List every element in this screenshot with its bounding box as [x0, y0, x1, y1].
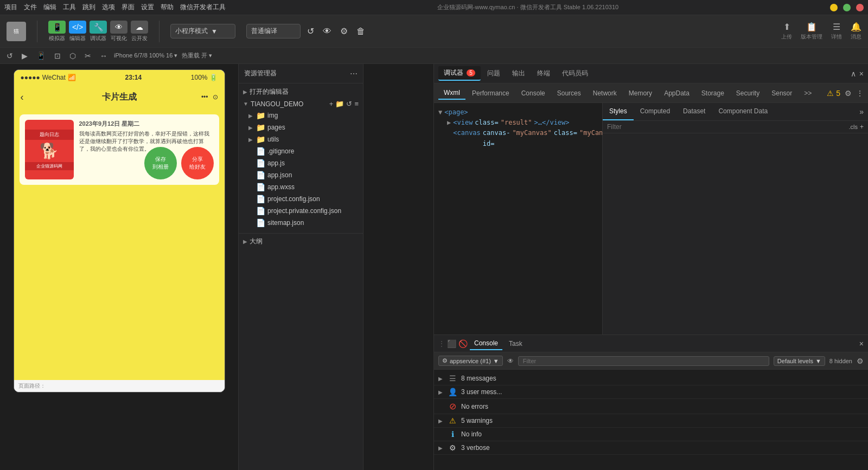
- devtools-tab-storage[interactable]: Storage: [696, 87, 730, 99]
- file-panel-more-icon[interactable]: ⋯: [350, 69, 358, 78]
- device-cut-button[interactable]: ✂: [82, 50, 93, 61]
- devtools-tab-memory[interactable]: Memory: [623, 87, 658, 99]
- device-rotate-button[interactable]: ⬡: [67, 50, 78, 61]
- editor-button[interactable]: </> 编辑器: [69, 21, 86, 42]
- devtools-tab-wxml[interactable]: Wxml: [438, 87, 465, 100]
- tab-debugger[interactable]: 调试器 5: [438, 66, 481, 81]
- device-cursor-button[interactable]: ↔: [98, 50, 110, 61]
- visual-button[interactable]: 👁 可视化: [110, 21, 127, 42]
- cloud-button[interactable]: ☁ 云开发: [131, 21, 148, 42]
- file-project-private[interactable]: ▶ 📄 project.private.config.json: [239, 205, 363, 217]
- close-button[interactable]: ×: [856, 4, 864, 11]
- file-gitignore[interactable]: ▶ 📄 .gitignore: [239, 145, 363, 157]
- minimize-button[interactable]: −: [830, 4, 838, 11]
- console-close-button[interactable]: ×: [859, 339, 864, 348]
- console-msg-verbose[interactable]: ▶ ⚙ 3 verbose: [434, 441, 868, 455]
- save-to-album-button[interactable]: 保存 到相册: [144, 147, 177, 179]
- debug-close-icon[interactable]: ×: [859, 69, 864, 78]
- compile-select[interactable]: 普通编译: [246, 24, 301, 38]
- devtools-tab-more[interactable]: >>: [799, 87, 817, 99]
- file-project-config[interactable]: ▶ 📄 project.config.json: [239, 193, 363, 205]
- level-selector[interactable]: Default levels ▼: [774, 356, 825, 366]
- menu-wechat-tools[interactable]: 微信开发者工具: [180, 3, 226, 12]
- console-msg-user[interactable]: ▶ 👤 3 user mess...: [434, 385, 868, 399]
- debugger-button[interactable]: 🔧 调试器: [90, 21, 107, 42]
- devtools-tab-security[interactable]: Security: [731, 87, 765, 99]
- device-fit-button[interactable]: ⊡: [52, 50, 63, 61]
- menu-help[interactable]: 帮助: [161, 3, 174, 12]
- console-msg-8messages[interactable]: ▶ ☰ 8 messages: [434, 372, 868, 385]
- device-refresh-button[interactable]: ↺: [4, 50, 15, 61]
- sp-tab-styles[interactable]: Styles: [603, 103, 634, 120]
- file-appjson[interactable]: ▶ 📄 app.json: [239, 169, 363, 181]
- mode-selector[interactable]: 小程序模式 ▼: [170, 24, 235, 38]
- device-play-button[interactable]: ▶: [20, 50, 30, 61]
- tab-output[interactable]: 输出: [507, 67, 531, 80]
- message-button[interactable]: 🔔 消息: [851, 22, 861, 41]
- folder-pages[interactable]: ▶ 📁 pages: [239, 121, 363, 133]
- menu-options[interactable]: 选项: [102, 3, 115, 12]
- collapse-icon[interactable]: ≡: [354, 100, 359, 108]
- phone-more-icon[interactable]: •••: [201, 93, 208, 101]
- simulator-button[interactable]: 📱 模拟器: [48, 21, 66, 42]
- devtools-tab-appdata[interactable]: AppData: [659, 87, 695, 99]
- phone-back-button[interactable]: ‹: [21, 92, 24, 103]
- service-selector[interactable]: ⚙ appservice (#1) ▼: [438, 356, 503, 366]
- project-header[interactable]: ▼ TIANGOU_DEMO + 📁 ↺ ≡: [239, 98, 363, 110]
- devtools-more-icon[interactable]: ⋮: [856, 89, 864, 98]
- file-appwxss[interactable]: ▶ 📄 app.wxss: [239, 181, 363, 193]
- menu-file[interactable]: 文件: [24, 3, 37, 12]
- console-tab-task[interactable]: Task: [505, 338, 527, 350]
- tab-source[interactable]: 代码员码: [557, 67, 593, 80]
- clear-button[interactable]: 🗑: [354, 24, 367, 38]
- console-msg-noinfo[interactable]: ▶ ℹ No info: [434, 428, 868, 441]
- outline-header[interactable]: ▶ 大纲: [239, 233, 363, 248]
- sp-more-button[interactable]: »: [855, 103, 868, 120]
- sp-filter-add-icon[interactable]: +: [860, 123, 864, 131]
- preview-button[interactable]: 👁: [321, 24, 334, 38]
- tab-issues[interactable]: 问题: [482, 67, 506, 80]
- xml-arrow-1[interactable]: ▼: [438, 107, 442, 118]
- console-eye-icon[interactable]: 👁: [507, 357, 514, 365]
- console-clear-icon[interactable]: 🚫: [458, 339, 468, 348]
- debug-expand-icon[interactable]: ∧: [851, 69, 856, 78]
- sp-filter-cls[interactable]: .cls: [848, 124, 858, 130]
- menu-tools[interactable]: 工具: [63, 3, 76, 12]
- detail-button[interactable]: ☰ 详情: [831, 22, 842, 41]
- menu-project[interactable]: 项目: [4, 3, 17, 12]
- device-selector[interactable]: iPhone 6/7/8 100% 16 ▾: [114, 52, 177, 59]
- console-tab-console[interactable]: Console: [470, 337, 502, 350]
- devtools-tab-console[interactable]: Console: [516, 87, 551, 99]
- menu-edit[interactable]: 编辑: [43, 3, 56, 12]
- devtools-tab-sources[interactable]: Sources: [552, 87, 586, 99]
- compile-refresh-button[interactable]: ↺: [305, 24, 316, 38]
- menu-interface[interactable]: 界面: [122, 3, 135, 12]
- console-settings-icon[interactable]: ⚙: [857, 357, 864, 365]
- window-controls[interactable]: − □ ×: [830, 4, 864, 11]
- devtools-tab-network[interactable]: Network: [588, 87, 622, 99]
- device-phone-button[interactable]: 📱: [34, 50, 48, 61]
- devtools-settings-icon[interactable]: ⚙: [845, 89, 852, 98]
- refresh-icon[interactable]: ↺: [346, 100, 352, 108]
- version-button[interactable]: 📋 版本管理: [801, 22, 822, 41]
- devtools-tab-sensor[interactable]: Sensor: [766, 87, 797, 99]
- file-sitemap[interactable]: ▶ 📄 sitemap.json: [239, 217, 363, 229]
- folder-img[interactable]: ▶ 📁 img: [239, 110, 363, 121]
- new-file-icon[interactable]: +: [329, 100, 334, 108]
- upload-button[interactable]: ⬆ 上传: [781, 22, 792, 41]
- phone-camera-icon[interactable]: ⊙: [213, 93, 218, 101]
- devtools-tab-performance[interactable]: Performance: [467, 87, 515, 99]
- hotload-selector[interactable]: 热重载 开 ▾: [182, 51, 212, 60]
- console-msg-warnings[interactable]: ▶ ⚠ 5 warnings: [434, 414, 868, 428]
- console-panel-icon[interactable]: ⬛: [447, 339, 456, 348]
- file-appjs[interactable]: ▶ 📄 app.js: [239, 157, 363, 169]
- new-folder-icon[interactable]: 📁: [335, 100, 344, 108]
- share-to-friend-button[interactable]: 分享 给好友: [181, 147, 214, 179]
- xml-arrow-2[interactable]: ▶: [447, 118, 451, 128]
- maximize-button[interactable]: □: [843, 4, 851, 11]
- sp-filter-input[interactable]: [607, 123, 846, 131]
- sp-tab-computed[interactable]: Computed: [634, 103, 676, 120]
- sp-tab-component-data[interactable]: Component Data: [712, 103, 774, 120]
- real-device-button[interactable]: ⚙: [338, 24, 350, 38]
- menu-settings[interactable]: 设置: [141, 3, 154, 12]
